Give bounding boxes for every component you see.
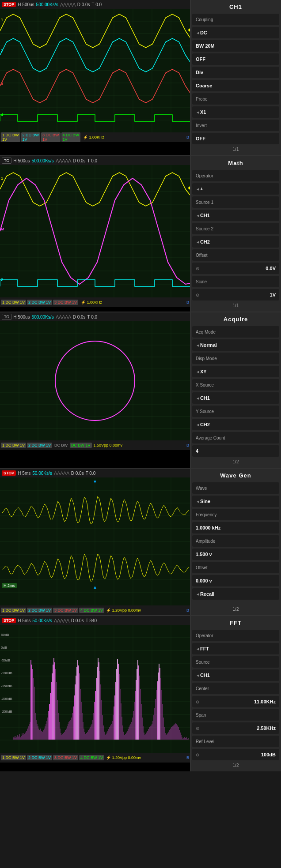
display-wavegen: H:2ms ▼ ▲: [0, 477, 190, 605]
display-math: 1 M 2: [0, 165, 190, 297]
svg-text:-250dB: -250dB: [1, 710, 12, 714]
fft-span-value[interactable]: ⊙ 2.50KHz: [192, 722, 279, 734]
operator-value[interactable]: ◄ +: [192, 183, 279, 195]
samplerate-ch1: 500.00Ks/s: [36, 2, 58, 7]
waveform-svg-math: [0, 165, 190, 297]
ch2-footer-badge: 2 DC BW1V: [21, 132, 41, 142]
bluetooth-icon-ch1: B: [186, 135, 189, 139]
fft-reflevel-label: Ref Level: [192, 736, 279, 747]
fft-reflevel-value[interactable]: ⊙ 100dB: [192, 749, 279, 760]
panel-acquire: TO H 500us 500.00Ks/s ⋀⋀⋀⋀⋀ D 0.0s T 0.0: [0, 312, 281, 469]
trigger-wavegen: T 0.0: [86, 471, 96, 476]
delay-ch1: D 0.0s: [77, 2, 90, 7]
fft-center-value[interactable]: ⊙ 11.00KHz: [192, 696, 279, 707]
offset-wg-value[interactable]: 0.000 v: [192, 575, 279, 586]
math-freq-display: ⚡ 1.00KHz: [81, 300, 102, 304]
trigger-math: T 0.0: [87, 158, 98, 163]
fft-ch4-footer: 4 DC BW 1V: [79, 755, 104, 760]
trigger-marker-bottom: ▲: [93, 585, 97, 590]
wave-value[interactable]: ◄ Sine: [192, 496, 279, 507]
menu-math: Math Operator ◄ + Source 1 ◄ CH1 Source …: [190, 156, 281, 312]
scope-area-ch1: STOP H 500us 500.00Ks/s ⋀⋀⋀⋀⋀ D 0.0s T 0…: [0, 0, 190, 155]
invert-label: Invert: [192, 120, 279, 131]
samplerate-wavegen: 50.00Ks/s: [32, 471, 52, 476]
waveform-svg-ch1: [0, 9, 190, 132]
menu-title-ch1: CH1: [190, 2, 281, 13]
xsource-value[interactable]: ◄ CH1: [192, 392, 279, 404]
ch2-indicator: 2: [1, 49, 3, 53]
page-ch1: 1/1: [190, 145, 281, 154]
page-fft: 1/2: [190, 761, 281, 770]
scope-area-math: TO H 500us 500.00Ks/s ⋀⋀⋀⋀⋀ D 0.0s T 0.0: [0, 156, 190, 312]
scope-footer-wavegen: 1 DC BW 1V 2 DC BW 1V 3 DC BW 1V 4 DC BW…: [0, 605, 190, 615]
scope-footer-ch1: 1 DC BW1V 2 DC BW1V 3 DC BW1V 4 DC BW1V …: [0, 132, 190, 142]
dispmode-value[interactable]: ◄ XY: [192, 366, 279, 377]
amplitude-label: Amplitude: [192, 535, 279, 547]
fft-operator-value[interactable]: ◄ FFT: [192, 643, 279, 654]
arrow-left-fft-source: ◄: [196, 673, 200, 678]
hms-label: H:2ms: [2, 582, 17, 588]
ysource-label: Y Source: [192, 406, 279, 417]
coupling-value[interactable]: ◄ DC: [192, 27, 279, 38]
wg-ch4-footer: 4 DC BW 1V: [79, 608, 104, 613]
scope-footer-math: 1 DC BW 1V 2 DC BW 1V 3 DC BW 1V ⚡ 1.00K…: [0, 297, 190, 307]
scope-header-acquire: TO H 500us 500.00Ks/s ⋀⋀⋀⋀⋀ D 0.0s T 0.0: [0, 312, 190, 321]
delay-acquire: D 0.0s: [73, 315, 86, 319]
bluetooth-icon-acquire: B: [186, 443, 189, 447]
bluetooth-icon-fft: B: [186, 755, 189, 760]
amplitude-value[interactable]: 1.500 v: [192, 549, 279, 560]
bw-off-item[interactable]: OFF: [192, 53, 279, 65]
svg-text:-100dB: -100dB: [1, 671, 12, 675]
source2-value[interactable]: ◄ CH2: [192, 236, 279, 248]
scope-footer-acquire: 1 DC BW 1V 2 DC BW 1V DC BW DC BW 1V 1.5…: [0, 440, 190, 450]
bw-item[interactable]: BW 20M: [192, 40, 279, 52]
arrow-left-wave: ◄: [196, 499, 200, 504]
probe-value[interactable]: ◄ X1: [192, 106, 279, 118]
source1-value[interactable]: ◄ CH1: [192, 210, 279, 221]
arrow-left-dispmode: ◄: [196, 369, 200, 374]
fft-operator-label: Operator: [192, 630, 279, 641]
svg-text:-200dB: -200dB: [1, 697, 12, 701]
ysource-value[interactable]: ◄ CH2: [192, 419, 279, 430]
samplerate-acquire: 500.00Ks/s: [32, 315, 54, 319]
arrow-left-fft-op: ◄: [196, 646, 200, 651]
acqmode-value[interactable]: ◄ Normal: [192, 339, 279, 351]
panel-ch1: STOP H 500us 500.00Ks/s ⋀⋀⋀⋀⋀ D 0.0s T 0…: [0, 0, 281, 156]
page-wavegen: 1/2: [190, 605, 281, 613]
coupling-label: Coupling: [192, 14, 279, 25]
delay-wavegen: D 0.0s: [71, 471, 84, 476]
fft-source-label: Source: [192, 656, 279, 668]
wg-ch2-footer: 2 DC BW 1V: [27, 608, 52, 613]
freq-value[interactable]: 1.0000 kHz: [192, 522, 279, 534]
menu-acquire: Acquire Acq Mode ◄ Normal Disp Mode ◄ XY…: [190, 312, 281, 468]
scope-header-wavegen: STOP H 5ms 50.00Ks/s ⋀⋀⋀⋀⋀ D 0.0s T 0.0: [0, 469, 190, 477]
scale-value[interactable]: ⊙ 1V: [192, 289, 279, 301]
scope-header-ch1: STOP H 500us 500.00Ks/s ⋀⋀⋀⋀⋀ D 0.0s T 0…: [0, 0, 190, 9]
ch3-footer-badge: 3 DC BW1V: [41, 132, 61, 142]
acqmode-label: Acq Mode: [192, 326, 279, 338]
arrow-left-acqmode: ◄: [196, 343, 200, 348]
fft-freq-display: ⚡ 1.20Vpp 0.00mv: [106, 755, 141, 760]
timebase-math: H 500us: [13, 158, 30, 163]
offset-wg-label: Offset: [192, 562, 279, 573]
timebase-acquire: H 500us: [13, 315, 30, 319]
ch4-indicator: 4: [1, 113, 3, 117]
ch3-indicator: 3: [1, 82, 3, 86]
svg-text:50dB: 50dB: [1, 633, 9, 637]
avgcount-value[interactable]: 4: [192, 445, 279, 457]
coarse-item[interactable]: Coarse: [192, 80, 279, 91]
panel-fft: STOP H 5ms 50.00Ks/s ⋀⋀⋀⋀⋀ D 0.0s T 840: [0, 616, 281, 771]
panel-wavegen: STOP H 5ms 50.00Ks/s ⋀⋀⋀⋀⋀ D 0.0s T 0.0: [0, 469, 281, 616]
display-acquire: [0, 321, 190, 440]
invert-value[interactable]: OFF: [192, 133, 279, 144]
math-ch2-footer: 2 DC BW 1V: [27, 300, 52, 305]
div-item[interactable]: Div: [192, 67, 279, 78]
acq-ch4-footer: DC BW 1V: [70, 443, 92, 448]
recall-value[interactable]: ◄ Recall: [192, 588, 279, 600]
menu-title-acquire: Acquire: [190, 314, 281, 325]
fft-source-value[interactable]: ◄ CH1: [192, 669, 279, 681]
delay-math: D 0.0s: [73, 158, 86, 163]
offset-value[interactable]: ⊙ 0.0V: [192, 263, 279, 274]
bluetooth-icon-math: B: [186, 300, 189, 304]
probe-label: Probe: [192, 93, 279, 105]
